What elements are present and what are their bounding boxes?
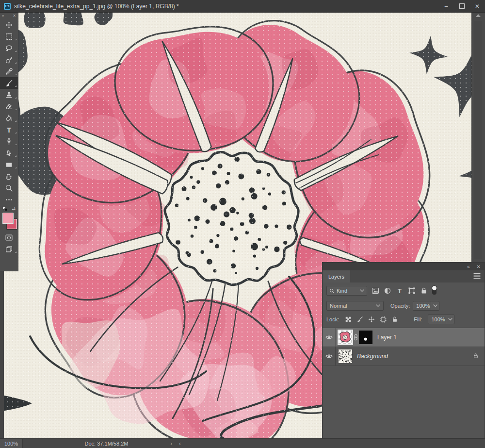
filter-shape-layers-icon[interactable] [408,287,416,295]
pen-icon [5,137,13,146]
collapse-panel-icon[interactable]: « [467,264,470,269]
close-panel-icon[interactable]: ✕ [477,264,481,269]
ellipsis-icon [5,196,13,204]
rectangle-icon [5,161,13,169]
layer1-visibility-toggle[interactable] [323,328,336,347]
quick-selection-tool[interactable] [0,54,18,66]
eyedropper-icon [5,67,13,76]
layer-row-background[interactable]: Background [323,347,485,366]
eyedropper-tool[interactable] [0,66,18,77]
panel-menu-icon[interactable] [473,273,481,280]
minimize-button[interactable]: – [438,0,454,12]
status-bar: 100% Doc: 37.1M/58.2M › ‹ [0,438,485,448]
svg-text:T: T [398,287,402,295]
filtering-toggle[interactable] [432,287,436,295]
path-selection-tool[interactable] [0,147,18,159]
opacity-dropdown-button[interactable] [431,301,439,310]
opacity-input[interactable]: 100% [413,301,439,311]
expand-panel-icon[interactable]: » [2,14,4,18]
swap-colors-icon[interactable]: ⇄ [12,206,16,211]
document-size-info: Doc: 37.1M/58.2M [49,441,163,447]
layers-panel: « ✕ Layers Kind T [322,262,485,438]
window-controls: – ✕ [438,0,485,12]
lock-artboard-icon[interactable] [380,316,387,323]
edit-toolbar-button[interactable] [0,194,18,205]
toggle-ball-icon [432,285,437,291]
maximize-button[interactable] [454,0,469,12]
background-visibility-toggle[interactable] [323,347,336,365]
status-prev-icon[interactable]: ‹ [179,440,181,447]
scroll-up-icon[interactable] [476,14,481,17]
color-swatches [0,212,18,232]
eraser-tool[interactable] [0,100,18,112]
quick-mask-button[interactable] [0,232,18,243]
hand-tool[interactable] [0,170,18,182]
layer1-thumbnail-art [339,331,352,344]
type-tool[interactable]: T [0,124,18,135]
opacity-label: Opacity: [390,303,410,309]
pen-tool[interactable] [0,135,18,147]
layer1-thumbnail[interactable] [339,331,352,344]
filter-type-layers-icon[interactable]: T [396,287,404,295]
blend-mode-dropdown[interactable]: Normal [326,301,384,311]
layer1-mask-thumbnail[interactable] [359,331,372,344]
filter-pixel-layers-icon[interactable] [372,287,379,295]
layer-mask-link-icon [352,334,359,341]
search-icon [329,288,335,294]
filter-adjustment-layers-icon[interactable] [384,287,391,295]
filter-smart-objects-icon[interactable] [420,287,428,295]
status-next-icon[interactable]: › [170,440,172,447]
clone-stamp-tool[interactable] [0,89,18,100]
layer-name[interactable]: Background [357,353,388,360]
window-left-edge [0,271,4,438]
color-utility-row: ⇄ [0,205,18,212]
layer-name[interactable]: Layer 1 [377,334,397,341]
default-colors-icon[interactable] [2,206,7,211]
close-panel-icon[interactable]: ✕ [13,14,16,18]
marquee-tool[interactable] [0,31,18,42]
selection-arrow-icon [5,149,13,157]
rectangle-tool[interactable] [0,159,18,170]
tools-panel-header: » ✕ [0,12,18,19]
lock-pixels-icon[interactable] [356,316,363,323]
layer-filter-row: Kind T [323,285,485,296]
lock-row: Lock: Fill: 100% [323,314,485,325]
vertical-scrollbar[interactable] [471,12,485,262]
paint-bucket-icon [5,114,13,122]
lasso-icon [5,44,13,52]
zoom-level-input[interactable]: 100% [0,439,23,448]
screen-mode-button[interactable] [0,243,18,255]
lock-transparency-icon[interactable] [345,316,352,323]
kind-filter-dropdown[interactable]: Kind [326,286,367,296]
lock-all-icon[interactable] [391,316,398,323]
eraser-icon [5,102,13,111]
foreground-color-swatch[interactable] [2,213,14,224]
background-thumbnail-art [339,349,352,363]
zoom-icon [5,184,13,192]
zoom-tool[interactable] [0,182,18,194]
chevron-down-icon [448,318,453,321]
background-lock-icon [473,353,479,360]
paint-bucket-tool[interactable] [0,112,18,124]
brush-tool[interactable] [0,77,18,89]
hand-icon [5,172,13,181]
maximize-icon [459,3,465,9]
tab-layers[interactable]: Layers [323,270,350,282]
layer-row-layer1[interactable]: Layer 1 [323,328,485,347]
opacity-value: 100% [416,303,430,309]
fill-input[interactable]: 100% [428,315,454,324]
eye-icon [325,335,333,340]
layer1-mask-art [359,331,372,344]
fill-dropdown-button[interactable] [446,315,454,324]
clone-stamp-icon [5,91,13,99]
move-tool[interactable] [0,19,18,31]
lock-label: Lock: [326,316,339,322]
lock-position-icon[interactable] [368,316,375,323]
close-button[interactable]: ✕ [469,0,485,12]
lasso-tool[interactable] [0,42,18,54]
scrollbar-track[interactable] [474,21,482,259]
screen-mode-icon [5,245,13,253]
photoshop-file-icon: Ps [4,3,11,10]
chevron-down-icon [360,289,364,292]
background-thumbnail[interactable] [339,349,352,363]
